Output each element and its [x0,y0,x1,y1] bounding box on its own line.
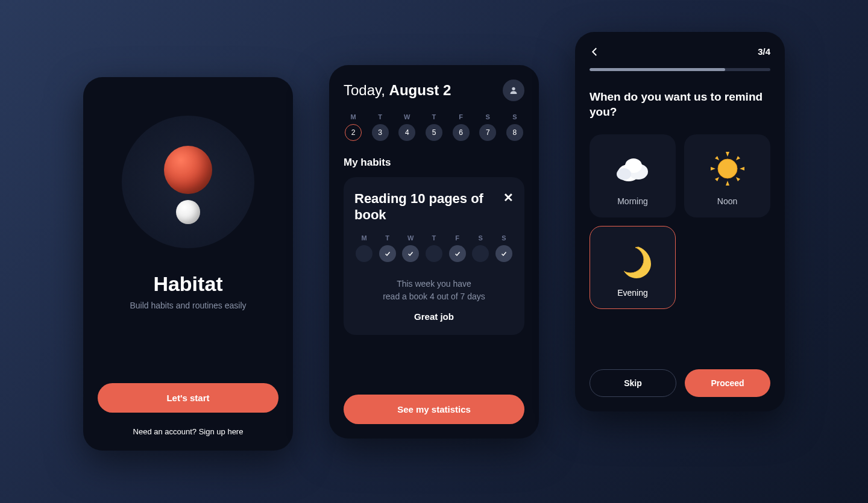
day-col: W4 [397,113,417,141]
progress-bar [590,68,770,71]
proceed-button[interactable]: Proceed [685,369,770,397]
option-label: Morning [617,196,648,206]
svg-marker-14 [736,156,740,160]
day-col: T3 [371,113,390,141]
check-mark[interactable] [402,245,419,262]
option-label: Evening [617,288,648,298]
checkmark-icon [500,250,508,257]
check-mark[interactable] [356,245,373,262]
arrow-left-icon [590,46,600,57]
day-letter: F [455,234,459,242]
dashboard-header: Today, August 2 [344,80,524,101]
day-letter: S [486,113,490,120]
day-number[interactable]: 7 [479,124,496,141]
skip-button[interactable]: Skip [590,369,676,397]
habits-section-title: My habits [344,157,524,169]
day-letter: T [432,113,436,120]
day-letter: T [378,113,382,120]
svg-point-4 [617,168,631,180]
cloud-icon [612,149,654,188]
date-label: Today, August 2 [344,82,451,99]
date-value: August 2 [389,82,451,98]
red-sphere-icon [164,146,212,194]
day-letter: W [404,113,410,120]
svg-marker-13 [715,177,719,181]
day-letter: S [479,234,483,242]
day-letter: M [350,113,356,120]
habit-praise: Great job [354,311,514,322]
option-evening[interactable]: Evening [590,226,676,309]
day-number[interactable]: 6 [453,124,470,141]
option-noon[interactable]: Noon [684,134,770,217]
habit-summary-line1: This week you have [397,279,471,289]
user-icon [509,86,518,95]
checkmark-icon [407,250,414,257]
progress-fill [590,68,725,71]
moon-icon [612,241,654,280]
day-col: S8 [505,113,524,141]
sun-icon [706,149,749,188]
week-calendar: M2 T3 W4 T5 F6 S7 S8 [344,113,524,141]
svg-marker-12 [736,177,740,181]
day-col: S7 [478,113,497,141]
check-mark[interactable] [495,245,512,262]
habit-card: Reading 10 pages of book ✕ M T W T F S S… [344,177,524,335]
check-col: F [448,234,467,262]
statistics-button[interactable]: See my statistics [344,395,524,424]
day-letter: F [459,113,463,120]
checkmark-icon [384,250,391,257]
app-title: Habitat [98,272,278,296]
step-indicator: 3/4 [758,46,770,57]
day-number[interactable]: 3 [372,124,389,141]
checkmark-icon [454,250,461,257]
option-label: Noon [717,196,737,206]
day-letter: W [407,234,414,242]
day-letter: M [361,234,366,242]
reminder-screen: 3/4 When do you want us to remind you? M… [575,32,785,411]
day-number[interactable]: 5 [426,124,442,141]
app-logo [122,116,254,248]
habit-card-header: Reading 10 pages of book ✕ [354,190,514,223]
signup-link[interactable]: Need an account? Sign up here [98,427,278,436]
day-col: F6 [451,113,471,141]
check-mark[interactable] [379,245,396,262]
day-letter: T [385,234,389,242]
habit-summary: This week you have read a book 4 out of … [354,278,514,303]
reminder-options: Morning Noon Evening [590,134,770,309]
app-subtitle: Build habits and routines easily [98,301,278,310]
day-number[interactable]: 8 [506,124,523,141]
check-mark[interactable] [449,245,466,262]
day-col: M2 [344,113,363,141]
check-col: T [424,234,444,262]
svg-marker-7 [726,152,729,157]
profile-button[interactable] [503,80,524,101]
svg-marker-11 [715,156,719,160]
habit-week-checks: M T W T F S S [354,234,514,262]
welcome-screen: Habitat Build habits and routines easily… [83,77,293,451]
day-number[interactable]: 4 [398,124,415,141]
day-letter: S [512,113,517,120]
reminder-actions: Skip Proceed [590,369,770,397]
check-col: S [494,234,514,262]
dashboard-screen: Today, August 2 M2 T3 W4 T5 F6 S7 S8 My … [329,65,539,439]
date-prefix: Today, [344,82,389,98]
option-morning[interactable]: Morning [590,134,676,217]
svg-point-0 [512,87,515,90]
reminder-question: When do you want us to remind you? [590,89,770,120]
svg-marker-8 [726,181,729,186]
check-mark[interactable] [426,245,442,262]
svg-marker-9 [711,167,715,170]
day-number[interactable]: 2 [345,124,362,141]
check-col: T [378,234,397,262]
white-sphere-icon [176,200,200,224]
check-col: S [471,234,490,262]
start-button[interactable]: Let's start [98,383,278,413]
check-col: W [401,234,420,262]
check-mark[interactable] [472,245,489,262]
habit-title: Reading 10 pages of book [354,190,503,223]
back-button[interactable] [590,46,600,57]
day-col: T5 [424,113,444,141]
close-icon[interactable]: ✕ [503,190,514,205]
day-letter: T [432,234,436,242]
habit-summary-line2: read a book 4 out of 7 days [383,292,485,301]
